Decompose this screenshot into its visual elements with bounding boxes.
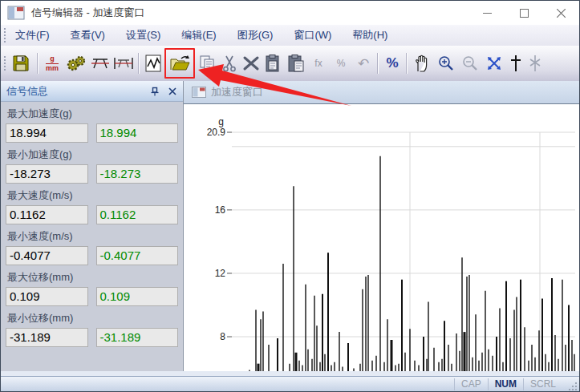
paste-special-icon: [286, 54, 306, 73]
signal-panel-title: 信号信息: [6, 84, 148, 99]
cut-scissors-icon: [221, 54, 237, 73]
signal-panel-header: 信号信息: [1, 81, 183, 102]
waveform-button[interactable]: [142, 50, 164, 77]
undo-button[interactable]: ↶: [352, 50, 375, 77]
window-function-bounded-icon: [113, 55, 134, 71]
field-label: 最小加速度(g): [7, 148, 176, 162]
zoom-in-icon: [437, 55, 455, 72]
cursor-cross-icon: [509, 54, 523, 73]
pin-icon: [150, 87, 160, 96]
panel-close-icon: [168, 87, 176, 95]
value-reference: 0.109: [96, 287, 179, 306]
resize-grip[interactable]: [566, 379, 578, 392]
child-window-titlebar: 加速度窗口: [184, 81, 579, 103]
menu-file[interactable]: 文件(F): [15, 26, 50, 45]
minimize-button[interactable]: [468, 1, 505, 25]
unit-g-mm-button[interactable]: g mm: [41, 50, 63, 77]
paste-button[interactable]: [262, 50, 285, 77]
acceleration-child-window: 加速度窗口 20.916128g: [184, 81, 579, 371]
percent-small-button[interactable]: %: [330, 50, 352, 77]
zoom-out-button[interactable]: [458, 50, 482, 77]
window-controls: [468, 1, 579, 25]
fx-button[interactable]: fx: [307, 50, 330, 77]
toolbar-separator: [136, 53, 142, 74]
delete-x-icon: [242, 55, 260, 72]
field-min-acceleration: 最小加速度(g) -18.273 -18.273: [6, 148, 178, 184]
pan-hand-icon: [413, 54, 431, 73]
copy-button[interactable]: [195, 50, 219, 77]
menu-help[interactable]: 帮助(H): [352, 26, 387, 45]
field-label: 最大位移(mm): [7, 270, 176, 285]
field-label: 最小位移(mm): [7, 311, 176, 325]
zoom-in-button[interactable]: [434, 50, 458, 77]
child-window-title: 加速度窗口: [211, 85, 263, 99]
percent-button[interactable]: %: [381, 50, 404, 77]
field-max-velocity: 最大速度(m/s) 0.1162 0.1162: [6, 188, 178, 224]
value-reference: -31.189: [96, 328, 179, 347]
menubar-gripper[interactable]: [3, 28, 7, 42]
field-min-displacement: 最小位移(mm) -31.189 -31.189: [6, 311, 178, 347]
value-reference: 18.994: [96, 123, 179, 143]
value-current: -31.189: [6, 328, 88, 347]
toolbar: g mm: [1, 46, 579, 82]
menu-settings[interactable]: 设置(S): [126, 26, 160, 45]
window-function-button[interactable]: [89, 50, 112, 77]
snap-star-icon: [528, 54, 542, 73]
field-label: 最大速度(m/s): [7, 188, 176, 203]
menu-window[interactable]: 窗口(W): [294, 26, 331, 45]
status-num-lock: NUM: [488, 378, 523, 390]
paste-special-button[interactable]: [285, 50, 307, 77]
value-current: -0.4077: [6, 246, 88, 265]
close-button[interactable]: [542, 1, 579, 25]
save-button[interactable]: [7, 50, 34, 77]
menu-view[interactable]: 查看(V): [71, 26, 105, 45]
cursor-cross-button[interactable]: [506, 50, 525, 77]
menu-bar: 文件(F) 查看(V) 设置(S) 编辑(E) 图形(G) 窗口(W) 帮助(H…: [1, 25, 579, 46]
value-reference: -18.273: [96, 164, 179, 184]
acceleration-chart-canvas[interactable]: 20.916128g: [184, 104, 579, 372]
paste-icon: [264, 54, 283, 73]
field-label: 最大加速度(g): [7, 107, 176, 121]
settings-gears-button[interactable]: [63, 50, 89, 77]
window-function-icon: [91, 55, 110, 71]
svg-text:20.9: 20.9: [207, 127, 226, 138]
value-current: -18.273: [6, 164, 88, 184]
maximize-button[interactable]: [505, 1, 542, 25]
window-title: 信号编辑器 - 加速度窗口: [31, 6, 145, 20]
unit-g-label: g: [50, 55, 55, 63]
toolbar-separator: [404, 53, 410, 74]
percent-icon: %: [386, 55, 398, 71]
save-icon: [11, 54, 30, 73]
field-max-displacement: 最大位移(mm) 0.109 0.109: [6, 270, 178, 306]
status-bar: CAP NUM SCRL: [1, 376, 579, 392]
snap-button[interactable]: [525, 50, 545, 77]
menu-edit[interactable]: 编辑(E): [181, 26, 216, 45]
undo-icon: ↶: [358, 55, 369, 72]
open-file-button[interactable]: [164, 48, 195, 79]
close-icon: [557, 9, 566, 18]
toolbar-separator: [375, 53, 381, 74]
field-min-velocity: 最小速度(m/s) -0.4077 -0.4077: [6, 229, 178, 265]
value-reference: 0.1162: [96, 205, 179, 224]
percent-small-icon: %: [337, 58, 346, 69]
fit-view-button[interactable]: [482, 50, 506, 77]
pin-button[interactable]: [148, 84, 162, 99]
menu-graph[interactable]: 图形(G): [237, 26, 274, 45]
title-bar: 信号编辑器 - 加速度窗口: [1, 1, 579, 25]
minimize-icon: [483, 9, 492, 18]
value-reference: -0.4077: [96, 246, 179, 265]
delete-button[interactable]: [240, 50, 262, 77]
svg-text:12: 12: [215, 268, 226, 279]
pan-button[interactable]: [410, 50, 434, 77]
chart-window-icon: [192, 87, 206, 98]
fx-icon: fx: [314, 58, 322, 69]
cut-button[interactable]: [219, 50, 240, 77]
field-max-acceleration: 最大加速度(g) 18.994 18.994: [6, 107, 178, 143]
app-icon: [7, 6, 25, 20]
app-window: 信号编辑器 - 加速度窗口 文件(F) 查看(V) 设置(S) 编辑(E) 图形…: [0, 0, 580, 392]
window-function-bounded-button[interactable]: [112, 50, 136, 77]
svg-text:16: 16: [215, 204, 226, 216]
panel-close-button[interactable]: [165, 84, 180, 99]
unit-mm-label: mm: [46, 65, 59, 72]
status-scroll-lock: SCRL: [523, 378, 562, 390]
